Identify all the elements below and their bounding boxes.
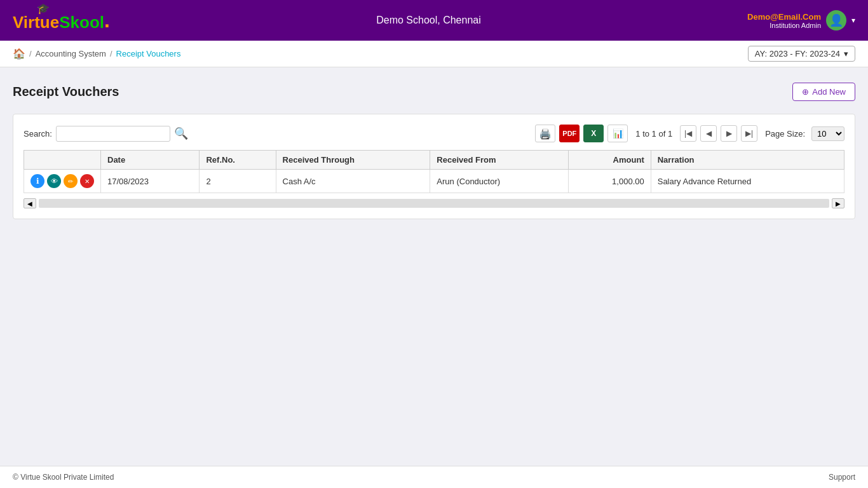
- col-received-through: Received Through: [276, 151, 430, 170]
- support-link[interactable]: Support: [829, 473, 855, 482]
- breadcrumb-bar: 🏠 / Accounting System / Receipt Vouchers…: [0, 41, 868, 67]
- user-dropdown-arrow[interactable]: ▾: [851, 16, 855, 25]
- user-info: Demo@Email.Com Institution Admin: [747, 12, 821, 29]
- add-new-label: Add New: [812, 87, 846, 97]
- excel2-icon: 📊: [613, 128, 623, 139]
- next-page-button[interactable]: ▶: [721, 125, 737, 142]
- add-new-icon: ⊕: [802, 87, 809, 97]
- edit-button[interactable]: ✏: [64, 174, 78, 188]
- scrollbar-track[interactable]: [39, 199, 829, 208]
- row-date: 17/08/2023: [101, 170, 200, 193]
- breadcrumb-sep-1: /: [29, 49, 32, 58]
- search-area: Search: 🔍: [24, 126, 188, 142]
- last-page-button[interactable]: ▶|: [741, 125, 757, 142]
- page-title: Receipt Vouchers: [13, 85, 119, 99]
- search-button[interactable]: 🔍: [174, 126, 188, 140]
- info-button[interactable]: ℹ: [31, 174, 44, 188]
- pagination-info: 1 to 1 of 1: [635, 129, 672, 139]
- footer: © Virtue Skool Private Limited Support: [0, 466, 868, 488]
- horizontal-scrollbar[interactable]: ◀ ▶: [24, 198, 844, 208]
- table-row: ℹ 👁 ✏ ✕ 17/08/2023 2 Cash A/c Arun (Cond…: [24, 170, 844, 193]
- table-card: Search: 🔍 🖨️ PDF X 📊: [13, 114, 855, 219]
- fy-selector[interactable]: AY: 2023 - FY: 2023-24 ▾: [748, 46, 855, 62]
- user-email: Demo@Email.Com: [747, 12, 821, 22]
- copyright: © Virtue Skool Private Limited: [13, 473, 114, 482]
- col-date: Date: [101, 151, 200, 170]
- col-refno: Ref.No.: [200, 151, 276, 170]
- row-refno: 2: [200, 170, 276, 193]
- row-actions: ℹ 👁 ✏ ✕: [24, 170, 101, 193]
- delete-button[interactable]: ✕: [80, 174, 94, 188]
- add-new-button[interactable]: ⊕ Add New: [792, 83, 855, 101]
- fy-selector-label: AY: 2023 - FY: 2023-24: [755, 49, 840, 58]
- data-table: Date Ref.No. Received Through Received F…: [24, 150, 844, 193]
- pdf-icon: PDF: [562, 130, 576, 137]
- scroll-right-arrow[interactable]: ▶: [832, 198, 844, 208]
- search-input[interactable]: [56, 126, 170, 142]
- row-amount: 1,000.00: [569, 170, 651, 193]
- user-menu[interactable]: Demo@Email.Com Institution Admin 👤 ▾: [747, 10, 855, 30]
- page-header: Receipt Vouchers ⊕ Add New: [13, 83, 855, 101]
- prev-page-button[interactable]: ◀: [700, 125, 717, 142]
- main-content: Receipt Vouchers ⊕ Add New Search: 🔍 🖨️ …: [0, 67, 868, 466]
- logo: 🎓 VirtueSkool.: [13, 9, 110, 32]
- school-name: Demo School, Chennai: [376, 15, 481, 26]
- fy-dropdown-arrow: ▾: [844, 49, 848, 58]
- user-role: Institution Admin: [747, 22, 821, 29]
- logo-virtue: Virtue: [13, 13, 59, 32]
- breadcrumb-accounting[interactable]: Accounting System: [36, 49, 106, 58]
- page-size-select[interactable]: 10 25 50 100: [811, 126, 844, 141]
- logo-dot: .: [104, 9, 110, 32]
- row-received-from: Arun (Conductor): [430, 170, 569, 193]
- home-icon[interactable]: 🏠: [13, 48, 25, 60]
- page-size-label: Page Size:: [765, 129, 805, 139]
- excel-icon: X: [591, 129, 596, 138]
- scroll-left-arrow[interactable]: ◀: [24, 198, 36, 208]
- breadcrumb: 🏠 / Accounting System / Receipt Vouchers: [13, 48, 180, 60]
- print-icon: 🖨️: [539, 128, 552, 140]
- view-button[interactable]: 👁: [47, 174, 61, 188]
- row-received-through: Cash A/c: [276, 170, 430, 193]
- row-narration: Salary Advance Returned: [651, 170, 844, 193]
- search-label: Search:: [24, 129, 52, 139]
- excel-button[interactable]: X: [583, 125, 604, 142]
- print-button[interactable]: 🖨️: [535, 125, 555, 142]
- avatar[interactable]: 👤: [826, 10, 846, 30]
- col-actions: [24, 151, 101, 170]
- col-received-from: Received From: [430, 151, 569, 170]
- col-amount: Amount: [569, 151, 651, 170]
- toolbar-right: 🖨️ PDF X 📊 1 to 1 of 1 |◀ ◀ ▶: [535, 125, 844, 142]
- first-page-button[interactable]: |◀: [680, 125, 696, 142]
- breadcrumb-sep-2: /: [110, 49, 112, 58]
- table-toolbar: Search: 🔍 🖨️ PDF X 📊: [24, 125, 844, 142]
- breadcrumb-current: Receipt Vouchers: [116, 49, 181, 58]
- excel2-button[interactable]: 📊: [607, 125, 628, 142]
- logo-skool: Skool: [59, 13, 104, 32]
- pdf-button[interactable]: PDF: [559, 125, 580, 142]
- app-header: 🎓 VirtueSkool. Demo School, Chennai Demo…: [0, 0, 868, 41]
- col-narration: Narration: [651, 151, 844, 170]
